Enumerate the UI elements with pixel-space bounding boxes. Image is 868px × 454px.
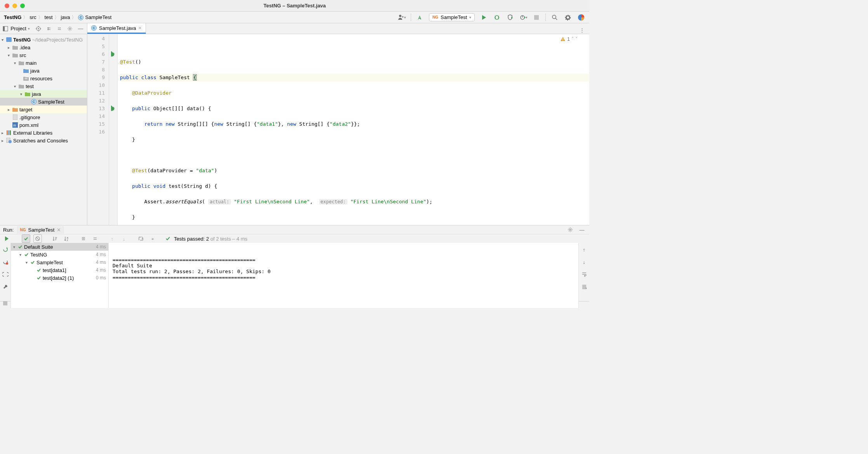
next-icon[interactable]: ↓	[120, 234, 128, 243]
chevron-right-icon[interactable]: ▸	[2, 139, 6, 143]
line-gutter: 4 5 6 7 8 9 10 11 12 13 14 15 16	[87, 34, 109, 225]
show-ignored-icon[interactable]	[33, 234, 42, 243]
breadcrumb-item[interactable]: test	[45, 14, 53, 20]
test-tree-row[interactable]: ▾TestNG4 ms	[11, 251, 108, 258]
tree-node-test[interactable]: ▾ test	[0, 82, 87, 90]
scroll-up-icon[interactable]: ↑	[580, 245, 589, 254]
gear-icon[interactable]	[566, 225, 575, 234]
sort-icon[interactable]	[50, 234, 59, 243]
more-icon[interactable]: »	[148, 234, 157, 243]
expand-all-icon[interactable]	[79, 234, 88, 243]
test-tree-row[interactable]: ▾Default Suite4 ms	[11, 243, 108, 251]
coverage-button[interactable]	[506, 13, 514, 22]
project-panel-title[interactable]: Project ▾	[10, 26, 30, 31]
close-icon[interactable]: ✕	[138, 26, 142, 31]
chevron-down-icon[interactable]: ▾	[26, 260, 30, 265]
run-gutter-icon[interactable]	[111, 106, 116, 111]
project-tree[interactable]: ▾ TestNG ~/IdeaProjects/TestNG ▸ .idea ▾…	[0, 34, 87, 225]
locate-icon[interactable]	[35, 24, 43, 33]
test-tree-row[interactable]: test[data1]4 ms	[11, 266, 108, 274]
gear-icon[interactable]	[66, 24, 74, 33]
collapse-all-icon[interactable]	[91, 234, 99, 243]
breadcrumb-item[interactable]: SampleTest	[85, 14, 111, 20]
wrench-icon[interactable]	[1, 282, 10, 291]
toggle-auto-icon[interactable]	[1, 270, 10, 279]
hide-icon[interactable]: —	[76, 24, 85, 33]
more-icon[interactable]: ⋮	[578, 26, 586, 34]
chevron-down-icon[interactable]: ▾	[8, 53, 12, 57]
close-icon[interactable]: ✕	[57, 227, 61, 233]
breadcrumb-item[interactable]: src	[30, 14, 36, 20]
tree-node-external-libs[interactable]: ▸ External Libraries	[0, 129, 87, 137]
chevron-up-icon[interactable]: ˄	[571, 36, 574, 42]
collapse-all-icon[interactable]	[56, 24, 64, 33]
test-tree-row[interactable]: ▾SampleTest4 ms	[11, 258, 108, 266]
inspection-widget[interactable]: 1 ˄ ˅	[560, 36, 578, 42]
breadcrumb-item[interactable]: TestNG	[4, 14, 21, 20]
minimize-window-button[interactable]	[12, 3, 17, 8]
tree-node-resources[interactable]: resources	[0, 75, 87, 82]
test-tree[interactable]: ▾Default Suite4 ms▾TestNG4 ms▾SampleTest…	[11, 243, 109, 308]
test-tree-row[interactable]: test[data2] (1)0 ms	[11, 274, 108, 282]
run-gutter-icon[interactable]	[111, 51, 116, 57]
chevron-right-icon[interactable]: ▸	[2, 131, 6, 135]
chevron-down-icon[interactable]: ▾	[14, 61, 19, 65]
tree-node-pom[interactable]: m pom.xml	[0, 121, 87, 129]
show-passed-icon[interactable]	[22, 234, 30, 243]
prev-icon[interactable]: ↑	[108, 234, 116, 243]
svg-line-35	[36, 237, 39, 240]
soft-wrap-icon[interactable]	[580, 270, 589, 279]
scroll-down-icon[interactable]: ↓	[580, 258, 589, 266]
maximize-window-button[interactable]	[20, 3, 25, 8]
tree-node-scratches[interactable]: ▸ Scratches and Consoles	[0, 137, 87, 144]
tree-label: src	[19, 52, 26, 58]
editor-body[interactable]: 4 5 6 7 8 9 10 11 12 13 14 15 16 @Test()…	[87, 34, 589, 225]
chevron-down-icon[interactable]: ▾	[14, 84, 19, 88]
chevron-down-icon[interactable]: ˅	[575, 36, 578, 42]
chevron-down-icon[interactable]: ▾	[19, 253, 24, 257]
line-number: 16	[87, 128, 109, 136]
chevron-down-icon[interactable]: ▾	[2, 38, 6, 42]
tree-node-target[interactable]: ▸ target	[0, 106, 87, 113]
stop-button[interactable]	[532, 13, 541, 22]
debug-button[interactable]	[493, 13, 501, 22]
run-button[interactable]	[2, 234, 11, 243]
sort-alpha-icon[interactable]: az	[62, 234, 71, 243]
chevron-down-icon[interactable]: ▾	[20, 92, 25, 96]
close-window-button[interactable]	[5, 3, 9, 8]
rerun-icon[interactable]	[1, 245, 10, 254]
test-output[interactable]: ========================================…	[109, 243, 578, 308]
stop-button[interactable]	[1, 299, 10, 307]
profile-button[interactable]: ▾	[519, 13, 528, 22]
add-user-icon[interactable]: ▾	[398, 13, 406, 22]
chevron-down-icon[interactable]: ▾	[13, 245, 18, 249]
expand-all-icon[interactable]	[45, 24, 53, 33]
editor-tab[interactable]: C SampleTest.java ✕	[87, 23, 146, 34]
build-icon[interactable]	[416, 13, 424, 22]
chevron-right-icon[interactable]: ▸	[8, 107, 12, 112]
rerun-failed-icon[interactable]	[1, 258, 10, 266]
breadcrumb-item[interactable]: java	[61, 14, 70, 20]
export-icon[interactable]	[137, 234, 145, 243]
tree-node-idea[interactable]: ▸ .idea	[0, 43, 87, 51]
svg-point-33	[569, 229, 571, 230]
tree-node-main[interactable]: ▾ main	[0, 59, 87, 67]
tree-node-sampletest[interactable]: C SampleTest	[0, 98, 87, 106]
scroll-to-end-icon[interactable]	[580, 282, 589, 291]
chevron-right-icon[interactable]: ▸	[8, 45, 12, 50]
tree-node-gitignore[interactable]: .gitignore	[0, 113, 87, 121]
help-icon[interactable]	[577, 13, 585, 22]
project-view-icon[interactable]	[2, 24, 8, 33]
tree-node-src[interactable]: ▾ src	[0, 51, 87, 59]
settings-icon[interactable]	[564, 13, 572, 22]
run-tab[interactable]: NG SampleTest ✕	[17, 226, 64, 234]
run-config-selector[interactable]: NG SampleTest ▾	[429, 13, 475, 21]
test-name: TestNG	[30, 252, 47, 258]
code-editor[interactable]: @Test() public class SampleTest { @DataP…	[118, 34, 589, 225]
hide-icon[interactable]: —	[578, 225, 586, 234]
tree-node-java-test[interactable]: ▾ java	[0, 90, 87, 98]
tree-root[interactable]: ▾ TestNG ~/IdeaProjects/TestNG	[0, 36, 87, 43]
search-icon[interactable]	[550, 13, 559, 22]
tree-node-java-main[interactable]: java	[0, 67, 87, 75]
run-button[interactable]	[479, 13, 488, 22]
